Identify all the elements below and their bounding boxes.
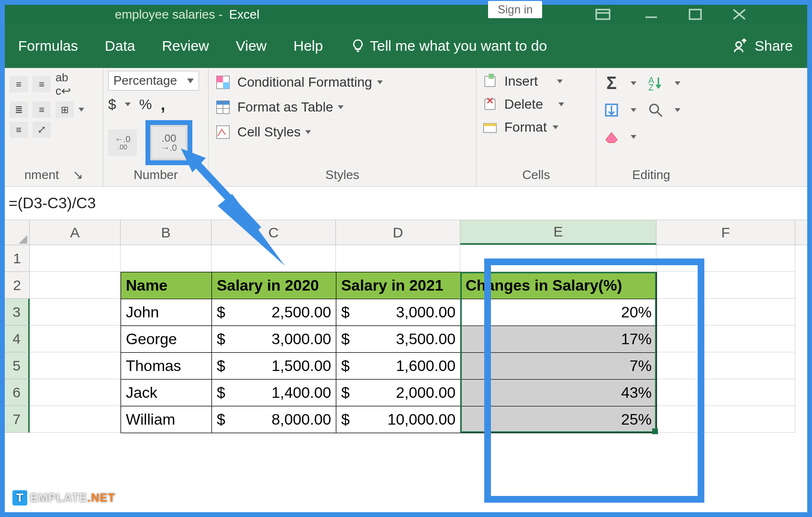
cell-name[interactable]: Thomas	[121, 353, 212, 380]
format-as-table-button[interactable]: Format as Table	[213, 99, 471, 116]
row-3[interactable]: 3	[5, 299, 30, 326]
tab-data[interactable]: Data	[91, 38, 148, 54]
maximize-icon[interactable]	[679, 5, 712, 24]
wrap-text-icon[interactable]: abc↩	[56, 71, 71, 98]
tell-me-search[interactable]: Tell me what you want to do	[351, 38, 547, 54]
styles-label: Styles	[209, 168, 476, 182]
align-left-icon[interactable]: ≡	[10, 76, 28, 92]
row-5[interactable]: 5	[5, 352, 30, 379]
header-changes[interactable]: Changes in Salary(%)	[461, 272, 657, 299]
find-dropdown-icon[interactable]	[675, 108, 680, 112]
cell-salary2021[interactable]: $3,000.00	[336, 299, 461, 326]
row-2[interactable]: 2	[5, 272, 30, 299]
sort-dropdown-icon[interactable]	[675, 81, 680, 85]
fill-dropdown-icon[interactable]	[631, 108, 636, 112]
close-icon[interactable]	[723, 5, 756, 24]
cell-salary2021[interactable]: $2,000.00	[336, 380, 461, 406]
delete-button[interactable]: Delete	[481, 97, 591, 112]
cell-pct[interactable]: 43%	[461, 380, 657, 406]
cell-salary2021[interactable]: $10,000.00	[336, 406, 461, 433]
align-right-icon[interactable]: ≡	[10, 122, 28, 138]
align-left2-icon[interactable]: ≣	[10, 101, 28, 118]
row-7[interactable]: 7	[5, 406, 30, 433]
cell-pct[interactable]: 25%	[461, 406, 657, 433]
tab-formulas[interactable]: Formulas	[5, 38, 91, 54]
tab-review[interactable]: Review	[148, 38, 222, 54]
share-icon	[733, 38, 749, 54]
cell-salary2020[interactable]: $1,500.00	[212, 353, 336, 380]
col-F[interactable]: F	[656, 220, 795, 245]
cell-salary2020[interactable]: $3,000.00	[212, 326, 336, 353]
minimize-icon[interactable]	[634, 5, 668, 24]
align-center2-icon[interactable]: ≡	[33, 101, 51, 118]
col-B[interactable]: B	[121, 220, 211, 245]
lightbulb-icon	[351, 39, 365, 53]
cell-styles-button[interactable]: Cell Styles	[213, 124, 471, 141]
number-label: Number	[103, 168, 208, 182]
cells-label: Cells	[477, 168, 596, 182]
cell-salary2021[interactable]: $3,500.00	[336, 326, 461, 353]
editing-label: Editing	[596, 168, 706, 182]
row-4[interactable]: 4	[5, 326, 30, 352]
format-button[interactable]: Format	[481, 120, 591, 135]
currency-button[interactable]: $	[108, 96, 116, 112]
share-button[interactable]: Share	[733, 38, 793, 54]
decrease-decimal-button[interactable]: .00 →.0	[152, 127, 186, 158]
table-row: Thomas $1,500.00 $1,600.00 7%	[121, 353, 657, 380]
row-6[interactable]: 6	[5, 379, 30, 406]
header-name[interactable]: Name	[121, 272, 212, 299]
header-salary-2020[interactable]: Salary in 2020	[212, 272, 336, 299]
cell-pct[interactable]: 7%	[461, 353, 657, 380]
header-salary-2021[interactable]: Salary in 2021	[336, 272, 461, 299]
cell-salary2020[interactable]: $2,500.00	[212, 299, 336, 326]
signin-button[interactable]: Sign in	[488, 1, 542, 18]
cells-area[interactable]: Name Salary in 2020 Salary in 2021 Chang…	[30, 245, 795, 433]
insert-button[interactable]: Insert	[481, 74, 591, 89]
percent-button[interactable]: %	[139, 96, 152, 112]
ribbon: ≡ ≡ abc↩ ≣ ≡ ⊞ ≡ ⤢ nment ↘ Percentage	[5, 68, 807, 187]
col-A[interactable]: A	[30, 220, 121, 245]
formula-bar[interactable]: =(D3-C3)/C3	[5, 187, 807, 220]
group-number: Percentage $ % , ←.0.00 .00 →.0	[103, 68, 209, 186]
column-headers: A B C D E F	[5, 220, 807, 245]
cell-name[interactable]: William	[121, 406, 212, 433]
merge-dropdown-icon[interactable]	[78, 108, 84, 112]
col-E[interactable]: E	[460, 220, 656, 245]
cell-name[interactable]: Jack	[121, 380, 212, 406]
find-button[interactable]	[645, 101, 666, 120]
cell-pct[interactable]: 20%	[461, 299, 657, 326]
merge-icon[interactable]: ⊞	[56, 101, 74, 118]
svg-text:Z: Z	[648, 83, 654, 92]
cell-name[interactable]: John	[121, 299, 212, 326]
cell-pct[interactable]: 17%	[461, 326, 657, 353]
chevron-down-icon	[557, 79, 563, 83]
clear-dropdown-icon[interactable]	[631, 135, 636, 139]
increase-decimal-button[interactable]: ←.0.00	[108, 129, 137, 156]
table-row: Jack $1,400.00 $2,000.00 43%	[121, 380, 657, 406]
autosum-button[interactable]: Σ	[601, 74, 622, 93]
number-format-dropdown[interactable]: Percentage	[108, 71, 199, 90]
fill-button[interactable]	[601, 101, 622, 120]
ribbon-options-icon[interactable]	[586, 5, 620, 24]
currency-dropdown-icon[interactable]	[125, 102, 131, 106]
tab-help[interactable]: Help	[280, 38, 336, 54]
chevron-down-icon	[377, 80, 383, 84]
clear-button[interactable]	[601, 127, 622, 146]
decrease-decimal-highlight: .00 →.0	[145, 120, 192, 165]
select-all-corner[interactable]	[5, 220, 30, 245]
col-D[interactable]: D	[336, 220, 460, 245]
sort-filter-button[interactable]: AZ	[645, 74, 666, 93]
col-C[interactable]: C	[211, 220, 336, 245]
conditional-formatting-button[interactable]: Conditional Formatting	[213, 74, 471, 91]
orientation-icon[interactable]: ⤢	[33, 122, 51, 138]
autosum-dropdown-icon[interactable]	[631, 81, 636, 85]
tab-view[interactable]: View	[222, 38, 280, 54]
cell-name[interactable]: George	[121, 326, 212, 353]
cell-salary2020[interactable]: $1,400.00	[212, 380, 336, 406]
cell-salary2020[interactable]: $8,000.00	[212, 406, 336, 433]
comma-button[interactable]: ,	[160, 94, 165, 114]
cell-salary2021[interactable]: $1,600.00	[336, 353, 461, 380]
row-1[interactable]: 1	[5, 245, 30, 272]
align-center-icon[interactable]: ≡	[33, 76, 51, 92]
data-table: Name Salary in 2020 Salary in 2021 Chang…	[121, 272, 657, 433]
